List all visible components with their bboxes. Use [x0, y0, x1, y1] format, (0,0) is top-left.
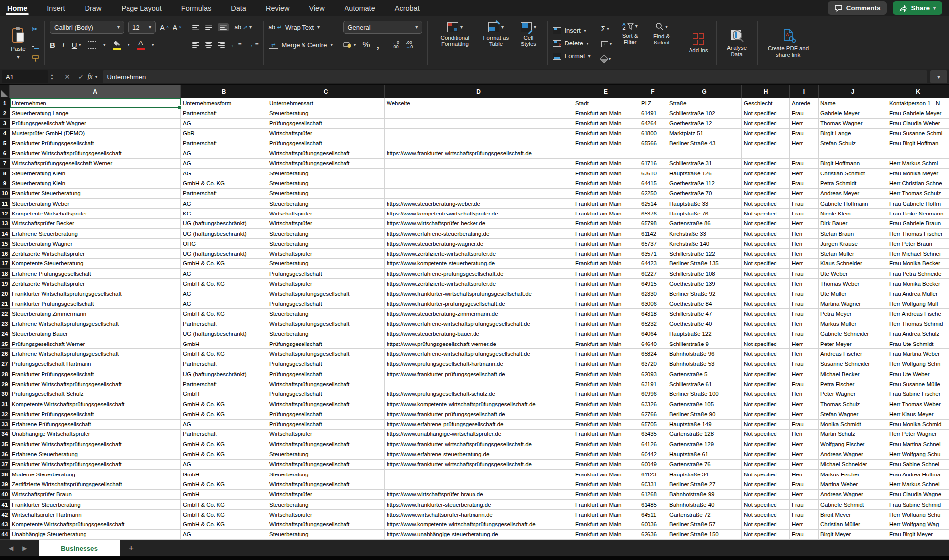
cell-E16[interactable]: Frankfurt am Main [573, 249, 639, 258]
row-header-4[interactable]: 4 [0, 129, 10, 138]
cell-I16[interactable]: Herr [790, 249, 819, 258]
cell-F41[interactable]: 61485 [639, 500, 667, 510]
cell-I42[interactable]: Frau [790, 510, 819, 519]
bold-button[interactable]: B [50, 41, 55, 49]
cell-F22[interactable]: 64318 [639, 309, 667, 319]
insert-cells-button[interactable]: Insert [564, 27, 581, 34]
cell-B13[interactable]: UG (haftungsbeschränkt) [181, 219, 267, 229]
cell-G37[interactable]: Gartenstraße 76 [667, 460, 742, 470]
find-select-button[interactable]: ▾ Find & Select [648, 20, 676, 66]
cell-I31[interactable]: Herr [790, 399, 819, 409]
cell-I40[interactable]: Herr [790, 490, 819, 500]
cell-F26[interactable]: 65824 [639, 349, 667, 359]
column-header-G[interactable]: G [667, 85, 742, 98]
cell-E38[interactable]: Frankfurt am Main [573, 470, 639, 479]
cell-G19[interactable]: Goethestraße 139 [667, 279, 742, 289]
cell-D23[interactable]: https://www.erfahrene-wirtschaftsprüfung… [385, 319, 573, 329]
italic-button[interactable]: I [62, 41, 65, 49]
cell-K9[interactable]: Herr Christian Schne [887, 178, 949, 188]
cell-A13[interactable]: Wirtschaftsprüfer Becker [10, 219, 181, 229]
cell-H7[interactable]: Not specified [742, 159, 790, 169]
cell-C7[interactable]: Wirtschaftsprüfungsgesellschaft [267, 159, 385, 169]
cell-I36[interactable]: Herr [790, 449, 819, 459]
cell-E22[interactable]: Frankfurt am Main [573, 309, 639, 319]
cell-I6[interactable] [790, 148, 819, 158]
cell-H1[interactable]: Geschlecht [742, 98, 790, 108]
cell-D39[interactable] [385, 479, 573, 489]
cell-C17[interactable]: Steuerberatung [267, 259, 385, 269]
row-header-42[interactable]: 42 [0, 510, 10, 519]
cell-H25[interactable]: Not specified [742, 339, 790, 349]
cell-K28[interactable]: Frau Ute Weber [887, 369, 949, 379]
cell-G44[interactable]: Berliner Straße 150 [667, 530, 742, 540]
tab-view[interactable]: View [307, 0, 326, 16]
column-header-K[interactable]: K [887, 85, 949, 98]
cell-D36[interactable]: https://www.erfahrene-steuerberatung.de [385, 449, 573, 459]
cell-J17[interactable]: Klaus Schneider [819, 259, 887, 269]
cell-A41[interactable]: Frankfurter Steuerberatung [10, 500, 181, 510]
cell-F25[interactable]: 64640 [639, 339, 667, 349]
cell-C11[interactable]: Steuerberatung [267, 199, 385, 209]
cell-H11[interactable]: Not specified [742, 199, 790, 209]
decrease-font-icon[interactable]: A˅ [173, 23, 181, 32]
align-middle-icon[interactable] [205, 25, 212, 30]
cell-H44[interactable]: Not specified [742, 530, 790, 540]
cell-A29[interactable]: Frankfurter Wirtschaftsprüfungsgesellsch… [10, 379, 181, 389]
cell-C13[interactable]: Wirtschaftsprüfer [267, 219, 385, 229]
cell-G36[interactable]: Hauptstraße 61 [667, 449, 742, 459]
cell-E39[interactable]: Frankfurt am Main [573, 479, 639, 489]
column-header-F[interactable]: F [639, 85, 667, 98]
cell-A27[interactable]: Prüfungsgesellschaft Hartmann [10, 359, 181, 369]
paste-button[interactable]: Paste ▾ [8, 20, 29, 66]
comments-button[interactable]: Comments [828, 1, 887, 15]
cell-A21[interactable]: Frankfurter Prüfungsgesellschaft [10, 299, 181, 309]
row-header-7[interactable]: 7 [0, 159, 10, 169]
cell-E37[interactable]: Frankfurt am Main [573, 460, 639, 470]
cell-H9[interactable]: Not specified [742, 178, 790, 188]
cell-G4[interactable]: Marktplatz 51 [667, 129, 742, 138]
cell-G38[interactable]: Hauptstraße 34 [667, 470, 742, 479]
cell-B41[interactable]: GmbH & Co. KG [181, 500, 267, 510]
cell-E7[interactable]: Frankfurt am Main [573, 159, 639, 169]
increase-decimal-icon[interactable]: ←0.00 [392, 41, 399, 49]
cell-B20[interactable]: AG [181, 289, 267, 299]
align-right-icon[interactable] [218, 42, 225, 48]
cell-A15[interactable]: Steuerberatung Wagner [10, 239, 181, 249]
cell-D4[interactable] [385, 129, 573, 138]
align-bottom-icon[interactable] [218, 23, 229, 31]
cell-J41[interactable]: Gabriele Schmidt [819, 500, 887, 510]
cell-D5[interactable] [385, 138, 573, 148]
cell-H5[interactable]: Not specified [742, 138, 790, 148]
cell-C2[interactable]: Steuerberatung [267, 108, 385, 118]
column-header-A[interactable]: A [10, 85, 181, 98]
cell-E19[interactable]: Frankfurt am Main [573, 279, 639, 289]
font-name-select[interactable]: Calibri (Body)▾ [50, 21, 124, 34]
cell-B5[interactable]: Partnerschaft [181, 138, 267, 148]
cell-B44[interactable]: AG [181, 530, 267, 540]
cell-D29[interactable] [385, 379, 573, 389]
borders-dropdown-icon[interactable]: ▾ [103, 43, 106, 47]
name-box-spinner-icon[interactable]: ▲▼ [50, 73, 54, 80]
cell-H12[interactable]: Not specified [742, 209, 790, 218]
cell-K44[interactable]: Frau Birgit Meyer [887, 530, 949, 540]
cell-G16[interactable]: Schillerstraße 122 [667, 249, 742, 258]
cell-B29[interactable]: Partnerschaft [181, 379, 267, 389]
cell-C19[interactable]: Wirtschaftsprüfer [267, 279, 385, 289]
row-header-26[interactable]: 26 [0, 349, 10, 359]
cell-D40[interactable]: https://www.wirtschaftsprüfer-braun.de [385, 490, 573, 500]
cell-C30[interactable]: Prüfungsgesellschaft [267, 389, 385, 399]
cell-G25[interactable]: Schillerstraße 9 [667, 339, 742, 349]
cell-J7[interactable]: Birgit Hoffmann [819, 159, 887, 169]
cell-C23[interactable]: Wirtschaftsprüfungsgesellschaft [267, 319, 385, 329]
wrap-text-icon[interactable]: ab↵ [269, 24, 282, 31]
cell-H26[interactable]: Not specified [742, 349, 790, 359]
cell-F36[interactable]: 60442 [639, 449, 667, 459]
cell-I26[interactable]: Herr [790, 349, 819, 359]
cell-I1[interactable]: Anrede [790, 98, 819, 108]
cell-I8[interactable]: Herr [790, 169, 819, 178]
cell-H23[interactable]: Not specified [742, 319, 790, 329]
cell-A18[interactable]: Erfahrene Prüfungsgesellschaft [10, 269, 181, 279]
cell-I39[interactable]: Frau [790, 479, 819, 489]
cell-K38[interactable]: Frau Andrea Hoffma [887, 470, 949, 479]
cell-F33[interactable]: 65705 [639, 420, 667, 430]
